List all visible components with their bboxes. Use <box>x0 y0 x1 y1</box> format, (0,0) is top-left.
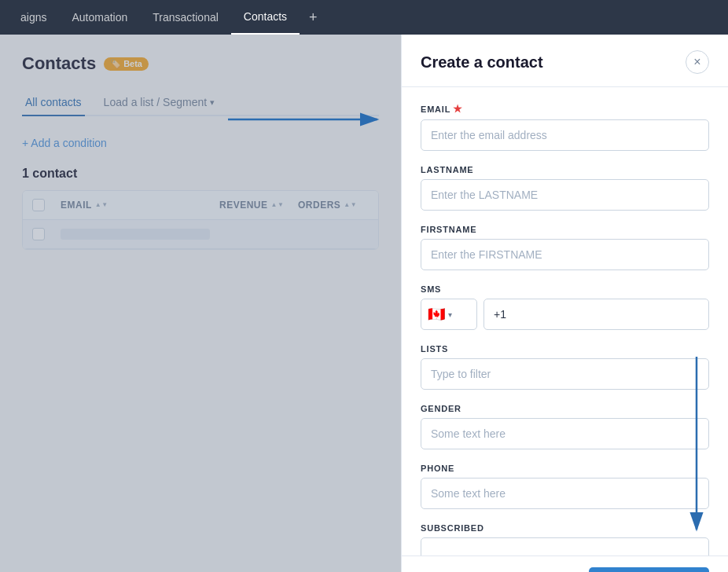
label-subscribed: SUBSCRIBED <box>421 523 709 533</box>
label-phone: PHONE <box>421 464 709 473</box>
country-selector[interactable]: 🇨🇦 ▾ <box>421 299 477 330</box>
phone-input[interactable] <box>421 478 709 509</box>
email-input[interactable] <box>421 119 709 151</box>
form-group-email: EMAIL ★ <box>421 103 709 151</box>
nav-add-button[interactable]: + <box>300 9 327 26</box>
create-contact-modal: Create a contact × EMAIL ★ LASTNAME <box>401 35 728 572</box>
form-group-firstname: FIRSTNAME <box>421 225 709 270</box>
form-group-phone: PHONE <box>421 464 709 509</box>
firstname-input[interactable] <box>421 239 709 270</box>
chevron-down-icon: ▾ <box>448 310 452 319</box>
nav-item-automation[interactable]: Automation <box>59 0 140 35</box>
flag-icon-canada: 🇨🇦 <box>428 306 445 323</box>
lists-input[interactable] <box>421 358 709 390</box>
nav-item-transactional[interactable]: Transactional <box>140 0 231 35</box>
sms-number-input[interactable] <box>483 299 709 330</box>
form-group-sms: SMS 🇨🇦 ▾ <box>421 284 709 330</box>
lastname-input[interactable] <box>421 179 709 211</box>
label-gender: GENDER <box>421 404 709 413</box>
sms-input-row: 🇨🇦 ▾ <box>421 299 709 330</box>
label-lists: LISTS <box>421 344 709 354</box>
gender-input[interactable] <box>421 418 709 449</box>
form-group-gender: GENDER <box>421 404 709 449</box>
modal-footer: Create a contact <box>402 556 728 572</box>
label-firstname: FIRSTNAME <box>421 225 709 234</box>
label-email: EMAIL ★ <box>421 103 709 115</box>
form-group-subscribed: SUBSCRIBED <box>421 523 709 556</box>
modal-body: EMAIL ★ LASTNAME FIRSTNAME <box>402 87 728 556</box>
form-group-lastname: LASTNAME <box>421 165 709 211</box>
top-navigation: aigns Automation Transactional Contacts … <box>0 0 728 35</box>
subscribed-input[interactable] <box>421 537 709 556</box>
label-lastname: LASTNAME <box>421 165 709 174</box>
close-modal-button[interactable]: × <box>686 50 709 74</box>
nav-item-campaigns[interactable]: aigns <box>8 0 59 35</box>
required-star-email: ★ <box>453 103 463 115</box>
modal-header: Create a contact × <box>402 35 728 87</box>
form-group-lists: LISTS <box>421 344 709 390</box>
create-contact-button[interactable]: Create a contact <box>589 567 709 572</box>
label-sms: SMS <box>421 284 709 294</box>
modal-overlay <box>0 35 401 572</box>
modal-title: Create a contact <box>421 53 543 72</box>
nav-item-contacts[interactable]: Contacts <box>231 0 300 35</box>
